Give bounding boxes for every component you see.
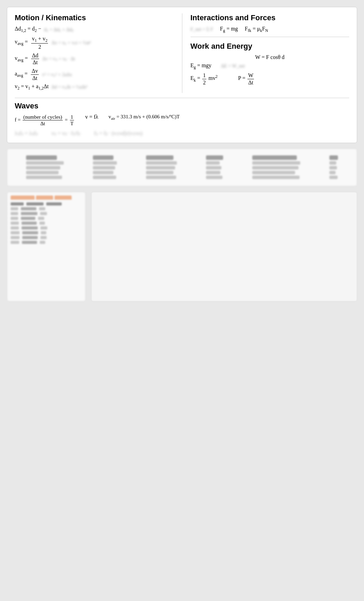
- empty-content-card: [91, 192, 357, 302]
- table-data-row: [11, 231, 82, 234]
- formula-fg: Fg = mg: [220, 26, 238, 33]
- formula-delta-d: Δd1,2 = d2 − d₁ = Δd₁ + Δd₂: [15, 26, 174, 33]
- work-energy-title: Work and Energy: [191, 42, 350, 51]
- table-data-row: [11, 241, 82, 244]
- formula-ffk: Ffk = μkFN: [245, 26, 268, 33]
- small-table-card: [7, 192, 86, 302]
- table-col-3: [146, 155, 177, 179]
- table-data-row: [11, 212, 82, 215]
- table-col-2: [93, 155, 117, 179]
- tab-3: [54, 196, 72, 200]
- waves-title: Waves: [15, 102, 349, 110]
- page-content: Motion / Kinematics Δd1,2 = d2 − d₁ = Δd…: [7, 7, 357, 302]
- bottom-row: [7, 192, 357, 302]
- tab-1: [11, 196, 35, 200]
- work-energy-section: Work and Energy W = F cosθ d Eg = mgy ΔE…: [191, 40, 350, 86]
- section-divider: [191, 37, 350, 37]
- waves-section: Waves f = (number of cycles) Δt = 1 T: [15, 98, 349, 137]
- waves-blurred-formulas: λ₁f₁ = λ₂f₂ v₁ = v₂ · f₁/f₂ f₁ = f₂ · (v…: [15, 130, 349, 137]
- formula-v-avg-1: vavg = v1 + v2 2 Δx = x₁ + v₀t + ½at²: [15, 35, 174, 50]
- formula-v-avg-2: vavg = Δd Δt Δv = v₁ + v₂ · Δt: [15, 52, 174, 66]
- table-data-row: [11, 236, 82, 239]
- table-col-1: [26, 155, 64, 179]
- kinematics-section: Motion / Kinematics Δd1,2 = d2 − d₁ = Δd…: [15, 13, 182, 93]
- table-col-4: [206, 155, 223, 179]
- table-data-row: [11, 226, 82, 229]
- middle-table-card: [7, 149, 357, 186]
- table-data-row: [11, 217, 82, 220]
- tab-2: [36, 196, 53, 200]
- tab-bar: [11, 196, 82, 200]
- forces-row: F_net = Σ F Fg = mg Ffk = μkFN: [191, 26, 350, 33]
- table-header-row: [11, 202, 82, 205]
- formula-a-avg: aavg = Δv Δt v² = v₁² + 2aΔx: [15, 68, 174, 81]
- formula-freq: f = (number of cycles) Δt = 1 T: [15, 114, 75, 127]
- formula-Eg: Eg = mgy ΔE = W_net: [191, 62, 350, 70]
- formula-v-wave: v = fλ: [85, 114, 98, 120]
- physics-reference-card: Motion / Kinematics Δd1,2 = d2 − d₁ = Δd…: [7, 7, 357, 143]
- kinematics-title: Motion / Kinematics: [15, 13, 174, 22]
- interactions-title: Interactions and Forces: [191, 13, 350, 22]
- table-data-row: [11, 222, 82, 225]
- table-col-6: [329, 155, 338, 179]
- formula-v-air: vair = 331.3 m/s + (0.606 m/s/ºC)T: [109, 114, 180, 120]
- formula-v2: v2 = v1 + a1,2Δt Δd = v₁Δt + ½aΔt²: [15, 83, 174, 91]
- interactions-section: Interactions and Forces F_net = Σ F Fg =…: [182, 13, 350, 93]
- table-col-5: [252, 155, 300, 179]
- table-data-row: [11, 207, 82, 210]
- formula-Ek-P: Ek = 1 2 mv2 P = W Δt: [191, 72, 350, 85]
- waves-formulas: f = (number of cycles) Δt = 1 T v = fλ: [15, 114, 349, 127]
- formula-W: W = F cosθ d: [191, 54, 350, 60]
